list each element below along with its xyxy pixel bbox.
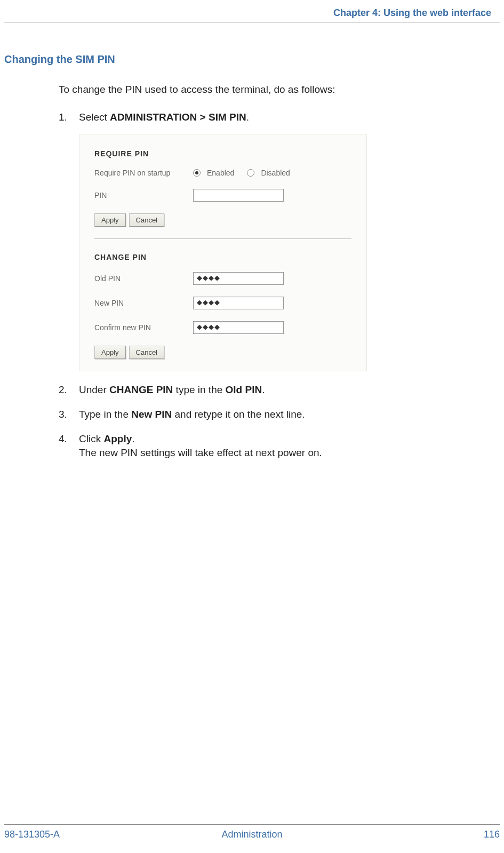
old-pin-label: Old PIN — [94, 274, 193, 283]
confirm-pin-input[interactable]: ◆◆◆◆ — [193, 321, 284, 334]
radio-enabled[interactable] — [193, 169, 201, 177]
step-2-pre: Under — [79, 384, 109, 395]
step-2-post: . — [262, 384, 265, 395]
new-pin-input[interactable]: ◆◆◆◆ — [193, 297, 284, 309]
step-4-subtext: The new PIN settings will take effect at… — [79, 447, 472, 459]
new-pin-row: New PIN ◆◆◆◆ — [94, 297, 351, 309]
step-4-pre: Click — [79, 433, 103, 444]
footer-section: Administration — [221, 829, 282, 840]
body-content: To change the PIN used to access the ter… — [59, 84, 472, 459]
cancel-button-2[interactable]: Cancel — [129, 346, 164, 359]
confirm-pin-row: Confirm new PIN ◆◆◆◆ — [94, 321, 351, 334]
step-4-text: Click Apply. — [79, 433, 472, 445]
running-header: Chapter 4: Using the web interface — [4, 0, 500, 22]
old-pin-input[interactable]: ◆◆◆◆ — [193, 272, 284, 285]
step-3-text: Type in the New PIN and retype it on the… — [79, 409, 472, 420]
intro-text: To change the PIN used to access the ter… — [59, 84, 472, 95]
step-3: 3. Type in the New PIN and retype it on … — [59, 409, 472, 420]
step-4-bold: Apply — [103, 433, 132, 444]
divider — [94, 238, 351, 239]
step-4: 4. Click Apply. The new PIN settings wil… — [59, 433, 472, 459]
step-1: 1. Select ADMINISTRATION > SIM PIN. REQU… — [59, 111, 472, 371]
step-1-post: . — [246, 111, 249, 123]
disabled-label: Disabled — [261, 169, 290, 177]
footer-doc-number: 98-131305-A — [4, 829, 60, 840]
require-pin-row: Require PIN on startup Enabled Disabled — [94, 169, 351, 177]
step-1-pre: Select — [79, 111, 110, 123]
step-1-number: 1. — [59, 111, 79, 123]
step-1-text: Select ADMINISTRATION > SIM PIN. — [79, 111, 472, 123]
require-pin-buttons: Apply Cancel — [94, 213, 351, 227]
step-3-bold: New PIN — [131, 409, 172, 420]
step-2-mid: type in the — [173, 384, 225, 395]
footer-page-number: 116 — [484, 829, 500, 840]
step-4-post: . — [132, 433, 134, 444]
require-pin-label: Require PIN on startup — [94, 169, 193, 177]
require-pin-heading: REQUIRE PIN — [94, 149, 351, 158]
enabled-label: Enabled — [207, 169, 234, 177]
apply-button-2[interactable]: Apply — [94, 346, 126, 359]
old-pin-row: Old PIN ◆◆◆◆ — [94, 272, 351, 285]
new-pin-label: New PIN — [94, 299, 193, 307]
pin-label: PIN — [94, 191, 193, 200]
step-2-bold1: CHANGE PIN — [109, 384, 173, 395]
step-4-number: 4. — [59, 433, 79, 445]
step-2-bold2: Old PIN — [226, 384, 262, 395]
confirm-pin-label: Confirm new PIN — [94, 323, 193, 332]
cancel-button-1[interactable]: Cancel — [129, 213, 164, 227]
sim-pin-screenshot: REQUIRE PIN Require PIN on startup Enabl… — [79, 134, 367, 371]
change-pin-buttons: Apply Cancel — [94, 346, 351, 359]
change-pin-heading: CHANGE PIN — [94, 253, 351, 261]
radio-disabled[interactable] — [247, 169, 254, 177]
step-1-bold: ADMINISTRATION > SIM PIN — [110, 111, 246, 123]
step-2-number: 2. — [59, 384, 79, 396]
step-3-number: 3. — [59, 409, 79, 420]
step-3-post: and retype it on the next line. — [172, 409, 305, 420]
apply-button-1[interactable]: Apply — [94, 213, 126, 227]
step-2-text: Under CHANGE PIN type in the Old PIN. — [79, 384, 472, 396]
section-heading: Changing the SIM PIN — [4, 53, 504, 66]
step-2: 2. Under CHANGE PIN type in the Old PIN. — [59, 384, 472, 396]
pin-row: PIN — [94, 189, 351, 202]
footer: 98-131305-A Administration 116 — [4, 824, 500, 840]
step-3-pre: Type in the — [79, 409, 131, 420]
pin-input[interactable] — [193, 189, 284, 202]
